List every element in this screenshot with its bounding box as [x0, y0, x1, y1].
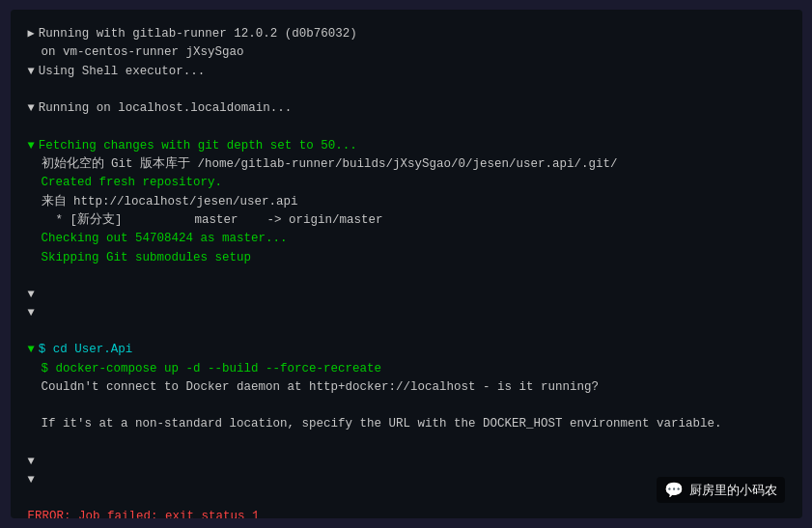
line-docker: $ docker-compose up -d --build --force-r…	[42, 360, 785, 378]
line-error1: Couldn't connect to Docker daemon at htt…	[42, 378, 785, 397]
arrow-icon: ▼	[28, 63, 35, 81]
line-checking: Checking out 54708424 as master...	[42, 230, 785, 248]
watermark-text: 厨房里的小码农	[689, 482, 777, 499]
line-skipping: Skipping Git submodules setup	[42, 249, 785, 267]
line-text: Running on localhost.localdomain...	[39, 99, 293, 118]
line-created: Created fresh repository.	[42, 174, 785, 192]
line-error2: If it's at a non-standard location, spec…	[42, 415, 785, 433]
error-text: ERROR: Job failed: exit status 1	[28, 508, 260, 518]
line-text: 来自 http://localhost/jesen/user.api	[42, 193, 298, 211]
line-text: Using Shell executor...	[39, 63, 206, 81]
spacer	[28, 267, 785, 286]
line-text: * [新分支] master -> origin/master	[42, 211, 383, 230]
terminal-window: ▶ Running with gitlab-runner 12.0.2 (d0b…	[11, 10, 802, 518]
spacer	[28, 322, 785, 341]
line-final-error: ERROR: Job failed: exit status 1	[28, 508, 785, 518]
line-text: Running with gitlab-runner 12.0.2 (d0b76…	[39, 25, 357, 43]
line-text: If it's at a non-standard location, spec…	[42, 415, 722, 433]
line-from: 来自 http://localhost/jesen/user.api	[42, 193, 785, 211]
checking-text: Checking out 54708424 as master...	[42, 230, 288, 248]
arrow-icon: ▼	[28, 471, 35, 489]
line-arrow2: ▼	[28, 304, 785, 322]
line-text: Created fresh repository.	[42, 174, 223, 192]
line-text: Skipping Git submodules setup	[42, 249, 252, 267]
watermark: 💬 厨房里的小码农	[657, 477, 785, 503]
spacer	[28, 119, 785, 137]
line-arrow3: ▼	[28, 453, 785, 471]
arrow-icon: ▼	[28, 453, 35, 471]
arrow-icon: ▼	[28, 286, 35, 304]
spacer	[28, 434, 785, 453]
wechat-icon: 💬	[664, 481, 684, 499]
line-branch: * [新分支] master -> origin/master	[42, 211, 785, 230]
fetching-text: Fetching changes with git depth set to 5…	[39, 137, 357, 155]
arrow-icon: ▼	[28, 137, 35, 155]
docker-command: $ docker-compose up -d --build --force-r…	[42, 360, 382, 378]
cd-command: $ cd User.Api	[39, 341, 133, 359]
line-text: 初始化空的 Git 版本库于 /home/gitlab-runner/build…	[42, 155, 618, 174]
terminal-output: ▶ Running with gitlab-runner 12.0.2 (d0b…	[28, 25, 785, 518]
line-1: ▶ Running with gitlab-runner 12.0.2 (d0b…	[28, 25, 785, 43]
line-4: ▼ Running on localhost.localdomain...	[28, 99, 785, 118]
line-cd: ▼ $ cd User.Api	[28, 341, 785, 359]
line-init: 初始化空的 Git 版本库于 /home/gitlab-runner/build…	[42, 155, 785, 174]
arrow-icon: ▶	[28, 25, 35, 43]
spacer	[28, 81, 785, 99]
line-3: ▼ Using Shell executor...	[28, 63, 785, 81]
arrow-icon: ▼	[28, 341, 35, 359]
line-arrow1: ▼	[28, 286, 785, 304]
line-text: on vm-centos-runner jXsySgao	[42, 43, 244, 62]
spacer	[28, 397, 785, 415]
line-fetching: ▼ Fetching changes with git depth set to…	[28, 137, 785, 155]
arrow-icon: ▼	[28, 99, 35, 118]
arrow-icon: ▼	[28, 304, 35, 322]
line-2: on vm-centos-runner jXsySgao	[42, 43, 785, 62]
line-text: Couldn't connect to Docker daemon at htt…	[42, 378, 600, 397]
